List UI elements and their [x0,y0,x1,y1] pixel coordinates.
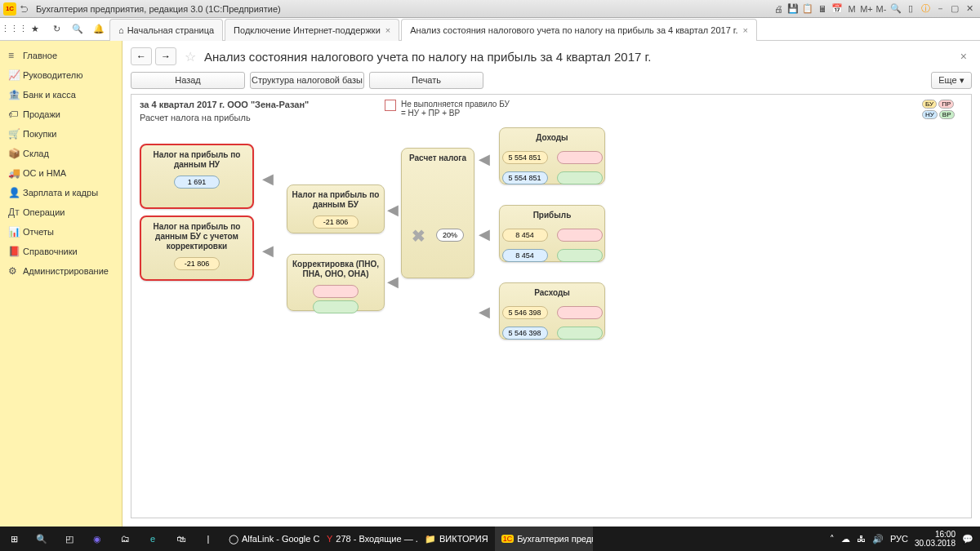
legend-box-icon [385,100,396,111]
calc-icon[interactable]: 🖩 [815,2,830,16]
value-pill-empty [557,249,603,262]
info-icon[interactable]: ⓘ [918,2,933,16]
tax-structure-button[interactable]: Структура налоговой базы [250,72,364,89]
lang-indicator[interactable]: РУС [890,534,908,544]
search-nav-icon[interactable]: 🔍 [67,18,88,40]
task-chrome[interactable]: ◯AlfaLink - Google C... [222,527,320,551]
sidebar-item-warehouse[interactable]: 📦Склад [0,144,122,163]
task-label: AlfaLink - Google C... [242,534,320,544]
report-subtitle: Расчет налога на прибыль [140,113,309,122]
close-icon[interactable]: ✕ [962,2,977,16]
task-yandex[interactable]: Y278 - Входящие — ... [320,527,418,551]
taskview-icon[interactable]: ◰ [56,527,83,551]
sidebar-label: Справочники [23,247,78,256]
apps-icon[interactable]: ⋮⋮⋮ [3,18,24,40]
tab-home[interactable]: ⌂Начальная страница [109,19,223,41]
sidebar-item-bank[interactable]: 🏦Банк и касса [0,85,122,104]
arrow-icon: ◀ [387,273,399,291]
tab-internet-support[interactable]: Подключение Интернет-поддержки× [225,19,399,41]
calendar-icon[interactable]: 📅 [830,2,844,16]
block-tax-bu[interactable]: Налог на прибыль по данным БУ -21 806 [287,184,385,233]
block-tax-calc[interactable]: Расчет налога ✖ 20% [401,148,474,278]
block-income[interactable]: Доходы 5 554 851 5 554 851 [499,127,605,184]
bell-icon[interactable]: 🔔 [88,18,109,40]
value-pill: 5 546 398 [502,327,548,340]
sidebar-item-operations[interactable]: ДтОперации [0,202,122,222]
search-icon[interactable]: 🔍 [889,2,903,16]
search-taskbar-icon[interactable]: 🔍 [28,527,56,551]
sidebar-item-assets[interactable]: 🚚ОС и НМА [0,163,122,183]
print-icon[interactable]: 🖨 [771,2,786,16]
mplus-label: M+ [859,2,874,16]
tab-tax-label: Анализ состояния налогового учета по нал… [410,25,737,35]
divider: | [194,527,222,551]
value-pill-empty [557,306,603,319]
block-expenses[interactable]: Расходы 5 546 398 5 546 398 [499,282,605,340]
value-pill: 5 546 398 [502,306,548,319]
sidebar-item-reports[interactable]: 📊Отчеты [0,222,122,242]
history-icon[interactable]: ↻ [46,18,67,40]
sidebar-item-directories[interactable]: 📕Справочники [0,242,122,261]
sidebar-item-manager[interactable]: 📈Руководителю [0,65,122,85]
panel-icon[interactable]: ▯ [903,2,918,16]
report-period: за 4 квартал 2017 г. ООО "Зена-Разан" [140,100,309,109]
onedrive-icon[interactable]: ☁ [841,534,850,544]
content-area: ← → ☆ Анализ состояния налогового учета … [122,41,980,527]
tab-home-label: Начальная страница [127,25,214,35]
notifications-icon[interactable]: 💬 [962,534,973,544]
tab-close-icon[interactable]: × [743,25,748,35]
sidebar-item-payroll[interactable]: 👤Зарплата и кадры [0,183,122,202]
minimize-icon[interactable]: － [933,2,947,16]
block-title: Доходы [500,128,604,146]
tray-up-icon[interactable]: ˄ [830,534,835,544]
sidebar-item-main[interactable]: ≡Главное [0,46,122,65]
task-1c[interactable]: 1CБухгалтерия предп... [495,527,593,551]
arrow-icon: ◀ [387,201,399,219]
back-button[interactable]: Назад [131,72,245,89]
nav-back-button[interactable]: ← [131,47,152,65]
block-tax-bu-corr[interactable]: Налог на прибыль по данным БУ с учетом к… [140,216,254,281]
volume-icon[interactable]: 🔊 [872,534,884,544]
nav-forward-button[interactable]: → [155,47,176,65]
block-profit[interactable]: Прибыль 8 454 8 454 [499,205,605,262]
more-button[interactable]: Еще ▾ [931,72,972,89]
menu-icon: ≡ [8,50,23,61]
task-label: ВИКТОРИЯ [439,534,488,544]
sidebar-item-sales[interactable]: 🏷Продажи [0,104,122,124]
clock-time: 16:00 [915,530,956,539]
page-close-icon[interactable]: × [956,50,972,63]
clock[interactable]: 16:00 30.03.2018 [915,530,956,548]
clipboard-icon[interactable]: 📋 [800,2,815,16]
report-header: за 4 квартал 2017 г. ООО "Зена-Разан" Ра… [140,100,309,122]
store-icon[interactable]: 🛍 [167,527,194,551]
start-button[interactable]: ⊞ [0,527,28,551]
favorite-icon[interactable]: ★ [24,18,46,40]
explorer-icon[interactable]: 🗂 [111,527,139,551]
favorite-star-icon[interactable]: ☆ [185,49,196,64]
edge-icon[interactable]: e [139,527,167,551]
block-tax-nu[interactable]: Налог на прибыль по данным НУ 1 691 [140,144,254,209]
top-toolbar: ⋮⋮⋮ ★ ↻ 🔍 🔔 ⌂Начальная страница Подключе… [0,18,980,41]
task-folder[interactable]: 📁ВИКТОРИЯ [418,527,495,551]
sidebar-item-purchases[interactable]: 🛒Покупки [0,124,122,144]
clock-date: 30.03.2018 [915,539,956,548]
value-pill-empty [313,300,359,313]
legend-rule: Не выполняется правило БУ = НУ + ПР + ВР [385,100,515,118]
tab-close-icon[interactable]: × [385,25,390,35]
sidebar-label: Склад [23,149,49,158]
block-correction[interactable]: Корректировка (ПНО, ПНА, ОНО, ОНА) [287,254,385,311]
back-icon[interactable]: ⮌ [16,2,31,16]
page-header: ← → ☆ Анализ состояния налогового учета … [122,41,980,72]
block-title: Налог на прибыль по данным БУ с учетом к… [141,217,252,255]
browser-icon[interactable]: ◉ [83,527,111,551]
maximize-icon[interactable]: ▢ [947,2,962,16]
sidebar-item-admin[interactable]: ⚙Администрирование [0,261,122,281]
value-pill-empty [557,229,603,242]
save-icon[interactable]: 💾 [786,2,800,16]
block-title: Налог на прибыль по данным НУ [141,145,252,173]
block-title: Расчет налога [402,149,474,167]
tab-tax-analysis[interactable]: Анализ состояния налогового учета по нал… [401,19,757,41]
print-button[interactable]: Печать [369,72,483,89]
network-icon[interactable]: 🖧 [857,534,866,544]
person-icon: 👤 [8,187,23,198]
